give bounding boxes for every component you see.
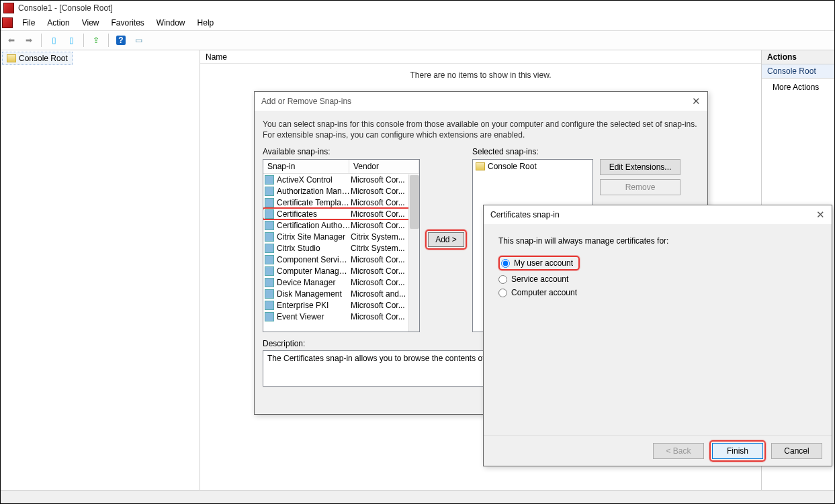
toolbar-sep xyxy=(41,34,42,47)
snapin-icon xyxy=(265,232,274,242)
menu-help[interactable]: Help xyxy=(192,17,220,29)
selected-item-console-root[interactable]: Console Root xyxy=(474,161,591,172)
radio-computer-account[interactable] xyxy=(498,289,507,297)
back-button[interactable] xyxy=(3,32,19,48)
snapin-row[interactable]: ActiveX ControlMicrosoft Cor... xyxy=(263,174,419,185)
snapin-name: Citrix Site Manager xyxy=(275,232,351,242)
actions-header: Actions xyxy=(762,50,834,64)
available-snapins-label: Available snap-ins: xyxy=(263,147,420,156)
snapin-row[interactable]: Component ServicesMicrosoft Cor... xyxy=(263,254,419,265)
snapin-row[interactable]: Computer Managem...Microsoft Cor... xyxy=(263,265,419,276)
toolbar-sep xyxy=(83,34,84,47)
snapin-name: Certificate Templates xyxy=(275,198,351,207)
radio-label-service: Service account xyxy=(511,274,568,284)
forward-button[interactable] xyxy=(21,32,37,48)
selected-snapins-label: Selected snap-ins: xyxy=(472,147,593,156)
properties-button[interactable] xyxy=(130,32,146,48)
col-vendor[interactable]: Vendor xyxy=(349,160,419,173)
snapin-row[interactable]: Event ViewerMicrosoft Cor... xyxy=(263,311,419,322)
menu-file[interactable]: File xyxy=(17,17,40,29)
menu-action[interactable]: Action xyxy=(42,17,75,29)
snapin-row[interactable]: Disk ManagementMicrosoft and... xyxy=(263,288,419,299)
col-snapin[interactable]: Snap-in xyxy=(263,160,349,173)
dialog-description: You can select snap-ins for this console… xyxy=(263,119,699,140)
snapin-row[interactable]: Certificate TemplatesMicrosoft Cor... xyxy=(263,197,419,208)
snapin-name: Component Services xyxy=(275,255,351,264)
snapin-icon xyxy=(265,266,274,276)
snapin-name: Device Manager xyxy=(275,278,351,287)
snapin-icon xyxy=(265,209,274,219)
help-button[interactable] xyxy=(113,32,129,48)
show-hide-tree-button[interactable] xyxy=(46,32,62,48)
snapin-row[interactable]: Certification AuthorityMicrosoft Cor... xyxy=(263,219,419,231)
snapin-name: Certificates xyxy=(275,209,351,219)
snapin-icon xyxy=(265,221,274,230)
snapin-row[interactable]: Authorization ManagerMicrosoft Cor... xyxy=(263,185,419,197)
cert-dialog-lead: This snap-in will always manage certific… xyxy=(498,236,817,246)
tree-pane: Console Root xyxy=(1,50,200,490)
snapin-name: Event Viewer xyxy=(275,312,351,321)
export-list-button[interactable] xyxy=(88,32,104,48)
menu-window[interactable]: Window xyxy=(151,17,191,29)
selected-item-label: Console Root xyxy=(488,162,537,171)
snapin-icon xyxy=(265,175,274,185)
snapin-name: Authorization Manager xyxy=(275,187,351,196)
cancel-button[interactable]: Cancel xyxy=(771,443,822,459)
snapin-icon xyxy=(265,289,274,299)
radio-label-computer: Computer account xyxy=(511,288,577,297)
tree-node-label: Console Root xyxy=(19,54,68,63)
back-button: < Back xyxy=(653,443,704,459)
snapin-row[interactable]: Citrix Site ManagerCitrix System... xyxy=(263,231,419,242)
snapin-icon xyxy=(265,187,274,196)
snapin-icon xyxy=(265,255,274,264)
scrollbar-thumb[interactable] xyxy=(410,175,419,229)
dialog-title: Certificates snap-in xyxy=(490,210,560,219)
remove-button: Remove xyxy=(600,179,680,195)
add-button[interactable]: Add > xyxy=(428,232,464,247)
radio-label-user: My user account xyxy=(514,258,573,268)
snapin-row[interactable]: Enterprise PKIMicrosoft Cor... xyxy=(263,299,419,311)
app-icon xyxy=(3,3,14,13)
snapin-name: ActiveX Control xyxy=(275,175,351,185)
snapin-icon xyxy=(265,198,274,207)
menu-view[interactable]: View xyxy=(77,17,105,29)
list-header: Snap-in Vendor xyxy=(263,160,419,174)
snapin-name: Certification Authority xyxy=(275,221,351,230)
snapin-row[interactable]: Device ManagerMicrosoft Cor... xyxy=(263,276,419,288)
snapin-icon xyxy=(265,312,274,321)
menu-favorites[interactable]: Favorites xyxy=(106,17,150,29)
doc-icon xyxy=(2,17,13,28)
scrollbar[interactable] xyxy=(408,174,419,332)
column-header-name[interactable]: Name xyxy=(200,50,761,64)
menu-bar: File Action View Favorites Window Help xyxy=(1,15,834,30)
snapin-name: Citrix Studio xyxy=(275,244,351,253)
snapin-icon xyxy=(265,278,274,287)
toolbar-sep xyxy=(108,34,109,47)
actions-subheader: Console Root xyxy=(762,64,834,79)
radio-service-account[interactable] xyxy=(498,275,507,284)
window-titlebar: Console1 - [Console Root] xyxy=(1,1,834,15)
folder-icon xyxy=(7,54,16,62)
status-bar xyxy=(1,490,834,503)
window-title: Console1 - [Console Root] xyxy=(18,3,113,13)
snapin-name: Computer Managem... xyxy=(275,266,351,276)
dialog-title: Add or Remove Snap-ins xyxy=(261,97,351,106)
close-icon[interactable]: ✕ xyxy=(816,209,825,221)
snapin-row[interactable]: Citrix StudioCitrix System... xyxy=(263,242,419,254)
toolbar xyxy=(1,30,834,50)
actions-more[interactable]: More Actions xyxy=(762,79,834,96)
snapin-icon xyxy=(265,301,274,310)
edit-extensions-button[interactable]: Edit Extensions... xyxy=(600,159,680,175)
close-icon[interactable]: ✕ xyxy=(692,95,701,107)
show-hide-action-button[interactable] xyxy=(63,32,79,48)
snapin-row[interactable]: CertificatesMicrosoft Cor... xyxy=(263,208,419,219)
snapin-icon xyxy=(265,244,274,253)
available-snapins-list[interactable]: Snap-in Vendor ActiveX ControlMicrosoft … xyxy=(263,159,420,332)
certificates-snapin-dialog: Certificates snap-in ✕ This snap-in will… xyxy=(483,205,832,466)
snapin-name: Enterprise PKI xyxy=(275,301,351,310)
tree-node-console-root[interactable]: Console Root xyxy=(2,52,73,65)
snapin-name: Disk Management xyxy=(275,289,351,299)
folder-icon xyxy=(476,162,485,170)
finish-button[interactable]: Finish xyxy=(712,443,763,459)
radio-my-user-account[interactable] xyxy=(501,259,510,268)
